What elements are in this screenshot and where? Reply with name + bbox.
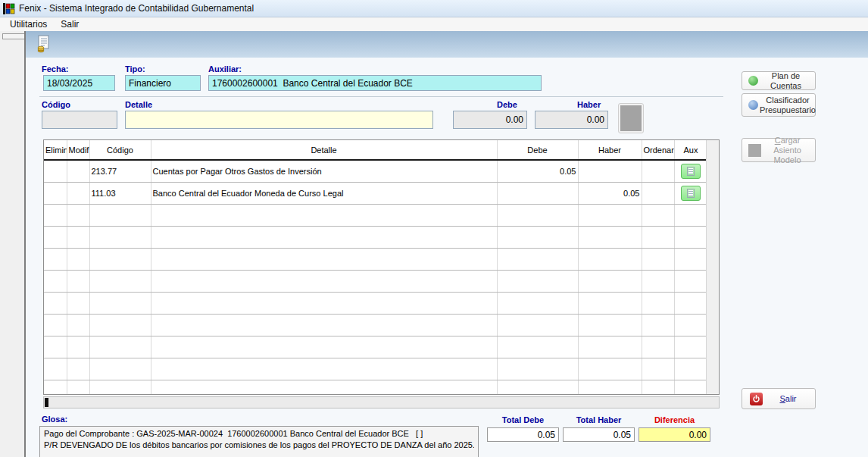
total-debe-field	[487, 427, 559, 442]
empty-cell	[642, 204, 674, 226]
empty-cell	[44, 358, 67, 380]
empty-cell	[642, 248, 674, 270]
cell-modif	[67, 160, 89, 182]
empty-cell	[674, 380, 707, 395]
empty-cell	[497, 204, 578, 226]
entries-table: Elimin Modif Código Detalle Debe Haber O…	[44, 140, 708, 395]
glosa-line-2: P/R DEVENGADO DE los débitos bancarios p…	[44, 440, 474, 451]
empty-cell	[67, 248, 89, 270]
debe-entry-label: Debe	[497, 100, 517, 109]
empty-cell	[151, 270, 497, 292]
plan-de-cuentas-button[interactable]: Plan de Cuentas	[742, 71, 816, 90]
clasificador-presupuestario-button[interactable]: Clasificador Presupuestario	[742, 93, 816, 117]
empty-cell	[674, 270, 707, 292]
empty-cell	[151, 314, 497, 336]
empty-cell	[642, 380, 674, 395]
empty-cell	[151, 204, 497, 226]
application-window: Fenix - Sistema Integrado de Contabilida…	[0, 0, 868, 457]
header-detalle: Detalle	[151, 140, 497, 160]
left-collapsed-panel	[0, 31, 23, 457]
document-icon	[687, 189, 695, 198]
glosa-text[interactable]: Pago del Comprobante : GAS-2025-MAR-0002…	[39, 426, 479, 457]
empty-row	[44, 204, 707, 226]
auxiliar-input[interactable]	[208, 75, 542, 91]
cell-detalle: Cuentas por Pagar Otros Gastos de Invers…	[151, 160, 497, 182]
total-haber-field	[563, 427, 635, 442]
entries-grid: Elimin Modif Código Detalle Debe Haber O…	[43, 139, 720, 395]
empty-row	[44, 314, 707, 336]
empty-cell	[44, 314, 67, 336]
empty-cell	[578, 336, 642, 358]
empty-row	[44, 270, 707, 292]
salir-button[interactable]: Salir	[742, 388, 816, 409]
debe-entry-input[interactable]	[453, 111, 527, 129]
empty-cell	[44, 226, 67, 248]
detalle-entry-input[interactable]	[125, 111, 433, 129]
cargar-asiento-modelo-label: Cargar Asiento Modelo	[763, 136, 812, 165]
cell-haber: 0.05	[578, 182, 642, 204]
empty-cell	[674, 292, 707, 314]
empty-row	[44, 248, 707, 270]
empty-cell	[89, 270, 151, 292]
empty-cell	[578, 204, 642, 226]
horizontal-scrollbar[interactable]	[43, 396, 720, 408]
fecha-input[interactable]	[43, 75, 115, 91]
aux-document-button[interactable]	[681, 186, 701, 201]
cell-elimin	[44, 182, 67, 204]
header-debe: Debe	[497, 140, 578, 160]
entry-row: 213.77Cuentas por Pagar Otros Gastos de …	[44, 160, 707, 182]
empty-row	[44, 358, 707, 380]
empty-cell	[89, 336, 151, 358]
cargar-asiento-modelo-button[interactable]: Cargar Asiento Modelo	[742, 138, 816, 162]
empty-row	[44, 226, 707, 248]
empty-cell	[642, 270, 674, 292]
horizontal-scrollbar-thumb[interactable]	[45, 398, 48, 407]
gray-square-icon	[620, 105, 642, 131]
separator-line	[39, 96, 723, 97]
glosa-label: Glosa:	[42, 415, 67, 424]
entry-row: 111.03Banco Central del Ecuador Moneda d…	[44, 182, 707, 204]
diferencia-field	[639, 427, 710, 442]
empty-cell	[67, 226, 89, 248]
empty-cell	[578, 358, 642, 380]
gray-square-icon	[748, 144, 761, 157]
empty-cell	[578, 380, 642, 395]
clasificador-presupuestario-label: Clasificador Presupuestario	[760, 95, 816, 115]
aux-document-button[interactable]	[681, 164, 701, 179]
menu-utilitarios[interactable]: Utilitarios	[3, 18, 54, 30]
empty-cell	[497, 226, 578, 248]
haber-entry-input[interactable]	[535, 111, 608, 129]
main-panel: Fecha: Tipo: Auxiliar: Código Detalle De…	[24, 31, 868, 457]
header-aux: Aux	[674, 140, 707, 160]
empty-row	[44, 292, 707, 314]
menu-bar: Utilitarios Salir	[0, 17, 868, 31]
cell-debe: 0.05	[497, 160, 578, 182]
empty-cell	[67, 336, 89, 358]
empty-cell	[44, 292, 67, 314]
cell-aux	[674, 182, 707, 204]
table-header-row: Elimin Modif Código Detalle Debe Haber O…	[44, 140, 707, 160]
menu-salir[interactable]: Salir	[54, 18, 86, 30]
header-haber: Haber	[578, 140, 642, 160]
document-icon	[687, 167, 695, 176]
vertical-scrollbar[interactable]	[706, 140, 719, 394]
empty-cell	[89, 380, 151, 395]
cell-detalle: Banco Central del Ecuador Moneda de Curs…	[151, 182, 497, 204]
app-icon	[3, 3, 15, 14]
empty-cell	[89, 314, 151, 336]
attach-image-button[interactable]	[618, 103, 644, 133]
empty-cell	[44, 380, 67, 395]
empty-cell	[674, 248, 707, 270]
codigo-entry-input[interactable]	[42, 111, 117, 129]
empty-cell	[151, 358, 497, 380]
detalle-entry-label: Detalle	[125, 100, 152, 109]
new-voucher-button[interactable]	[33, 35, 53, 55]
cell-aux	[674, 160, 707, 182]
empty-cell	[44, 270, 67, 292]
empty-cell	[578, 314, 642, 336]
empty-cell	[44, 204, 67, 226]
empty-cell	[497, 336, 578, 358]
window-title: Fenix - Sistema Integrado de Contabilida…	[19, 3, 254, 14]
auxiliar-label: Auxiliar:	[208, 64, 242, 74]
tipo-input[interactable]	[125, 75, 201, 91]
